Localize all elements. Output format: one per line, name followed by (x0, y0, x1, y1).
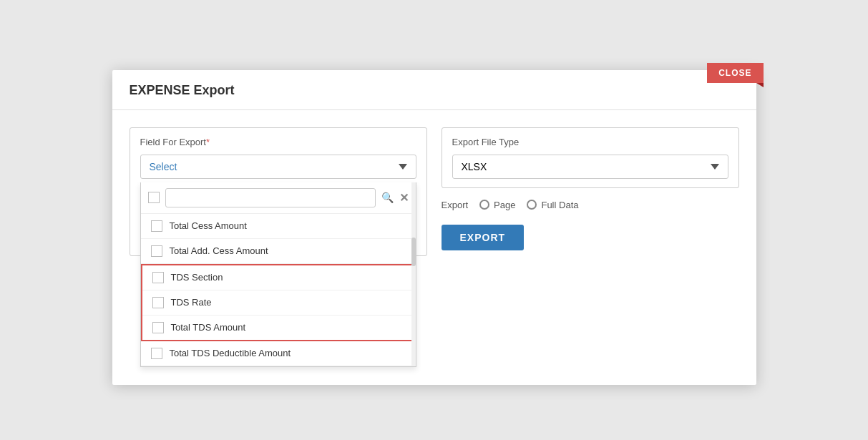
close-button[interactable]: CLOSE (707, 63, 763, 83)
export-page-option[interactable]: Page (479, 200, 515, 210)
export-file-type-box: Export File Type XLSX (442, 127, 739, 188)
item-checkbox[interactable] (151, 348, 162, 359)
clear-search-icon[interactable]: ✕ (399, 191, 409, 205)
list-item[interactable]: Total TDS Amount (142, 316, 414, 340)
item-checkbox[interactable] (151, 220, 162, 232)
right-column: Export File Type XLSX Export Page (442, 127, 739, 256)
select-placeholder: Select (150, 161, 177, 172)
export-page-label: Page (494, 200, 515, 210)
dropdown-panel: 🔍 ✕ Total Cess Amount Total Add. Cess Am… (140, 182, 416, 367)
export-range-row: Export Page Full Data (442, 200, 739, 210)
file-type-chevron-icon (711, 164, 719, 170)
export-range-label: Export (442, 200, 469, 210)
field-for-export-label: Field For Export* (140, 137, 416, 147)
list-item[interactable]: Total Add. Cess Amount (141, 239, 416, 264)
highlighted-group: TDS Section TDS Rate Total TDS Amount (141, 264, 416, 341)
search-input[interactable] (165, 188, 376, 207)
search-row: 🔍 ✕ (141, 182, 416, 214)
list-item[interactable]: Total TDS Deductible Amount (141, 341, 416, 366)
list-item[interactable]: TDS Rate (142, 290, 414, 316)
list-item[interactable]: TDS Section (142, 265, 414, 290)
left-column: Field For Export* Select 🔍 (130, 127, 427, 256)
select-all-checkbox[interactable] (148, 192, 160, 203)
radio-full-icon[interactable] (527, 200, 537, 210)
chevron-down-icon (399, 164, 407, 170)
field-select-trigger[interactable]: Select 🔍 ✕ (140, 155, 416, 179)
item-checkbox[interactable] (152, 322, 164, 333)
modal-header: EXPENSE Export (112, 70, 756, 110)
scrollbar[interactable] (411, 182, 416, 366)
item-checkbox[interactable] (152, 297, 164, 308)
export-full-label: Full Data (541, 200, 578, 210)
item-checkbox[interactable] (151, 245, 162, 257)
scrollbar-thumb (411, 238, 416, 266)
file-type-value: XLSX (462, 161, 487, 172)
modal-title: EXPENSE Export (130, 83, 235, 97)
search-icon: 🔍 (381, 192, 394, 203)
export-button[interactable]: EXPORT (442, 225, 525, 250)
export-full-option[interactable]: Full Data (527, 200, 578, 210)
export-file-type-label: Export File Type (452, 137, 728, 147)
item-checkbox[interactable] (152, 272, 164, 283)
modal-body: Field For Export* Select 🔍 (112, 110, 756, 273)
file-type-select[interactable]: XLSX (452, 155, 728, 179)
list-item[interactable]: Total Cess Amount (141, 214, 416, 239)
modal-overlay: CLOSE EXPENSE Export Field For Export* S… (0, 0, 868, 440)
modal-dialog: CLOSE EXPENSE Export Field For Export* S… (112, 70, 756, 385)
radio-page-icon[interactable] (479, 200, 489, 210)
field-for-export-box: Field For Export* Select 🔍 (130, 127, 427, 256)
